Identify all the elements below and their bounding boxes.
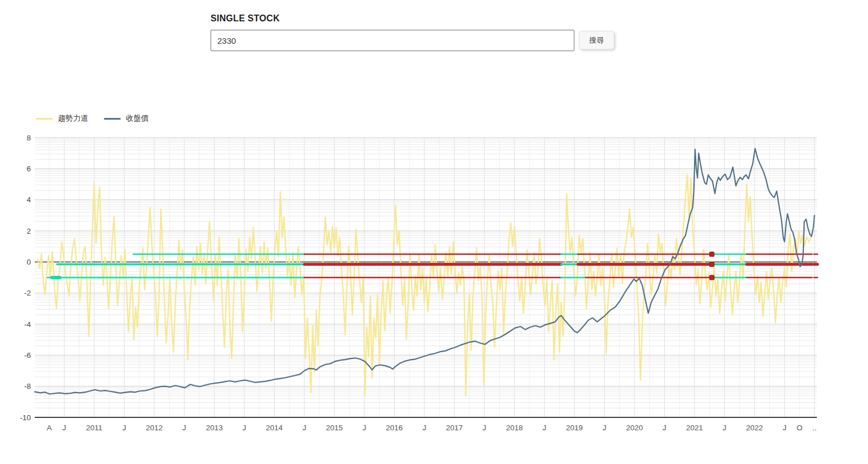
- x-tick-label: J: [602, 424, 606, 432]
- x-tick-label: J: [422, 424, 426, 432]
- x-tick-label: J: [62, 424, 66, 432]
- y-tick-label: 0: [26, 258, 31, 266]
- y-tick-label: -10: [20, 413, 31, 422]
- x-tick-label: J: [243, 424, 246, 432]
- threshold-junction-marker: [710, 262, 714, 266]
- x-tick-label: 2015: [326, 424, 342, 432]
- legend-swatch-close: [104, 118, 121, 120]
- y-tick-label: 4: [26, 195, 31, 204]
- x-tick-label: 2017: [446, 424, 463, 432]
- x-tick-label: 2016: [386, 424, 403, 432]
- y-tick-label: -4: [24, 320, 31, 329]
- x-tick-label: J: [783, 424, 787, 432]
- x-tick-label: 2018: [506, 424, 523, 432]
- x-tick-label: J: [182, 424, 186, 432]
- y-tick-label: -8: [24, 382, 31, 390]
- y-tick-label: 8: [26, 134, 31, 142]
- x-tick-label: 2020: [626, 424, 643, 432]
- threshold-junction-marker: [710, 252, 714, 257]
- x-tick-label: J: [303, 424, 307, 432]
- chart-legend: 趨勢力道收盤價: [36, 113, 149, 124]
- x-tick-label: J: [482, 424, 486, 432]
- x-tick-label: J: [363, 424, 367, 432]
- legend-item-close[interactable]: 收盤價: [104, 113, 149, 124]
- y-tick-label: -2: [24, 289, 31, 297]
- x-tick-label: 2019: [566, 424, 583, 432]
- y-tick-label: 6: [26, 165, 31, 173]
- x-tick-label: J: [122, 424, 126, 432]
- legend-item-trend[interactable]: 趨勢力道: [36, 113, 88, 124]
- legend-label-close: 收盤價: [126, 113, 149, 124]
- x-tick-label: 2021: [686, 424, 703, 432]
- x-tick-label: O: [797, 424, 803, 432]
- stock-chart[interactable]: 86420-2-4-6-8-10AJ2011J2012J2013J2014J20…: [0, 0, 868, 464]
- x-tick-label: J: [663, 424, 666, 432]
- x-tick-label: ..: [812, 424, 817, 432]
- x-tick-label: J: [542, 424, 546, 432]
- x-tick-label: 2011: [86, 424, 102, 432]
- y-tick-label: -6: [24, 351, 31, 360]
- x-tick-label: J: [723, 424, 727, 432]
- x-tick-label: A: [47, 424, 52, 432]
- x-tick-label: 2013: [206, 424, 223, 432]
- x-tick-label: 2014: [266, 424, 284, 432]
- legend-swatch-trend: [36, 118, 53, 120]
- y-tick-label: 2: [26, 227, 31, 235]
- x-tick-label: 2012: [146, 424, 163, 432]
- x-tick-label: 2022: [746, 424, 763, 432]
- threshold-junction-marker: [710, 275, 714, 280]
- legend-label-trend: 趨勢力道: [58, 113, 88, 124]
- series-trend: [38, 175, 811, 395]
